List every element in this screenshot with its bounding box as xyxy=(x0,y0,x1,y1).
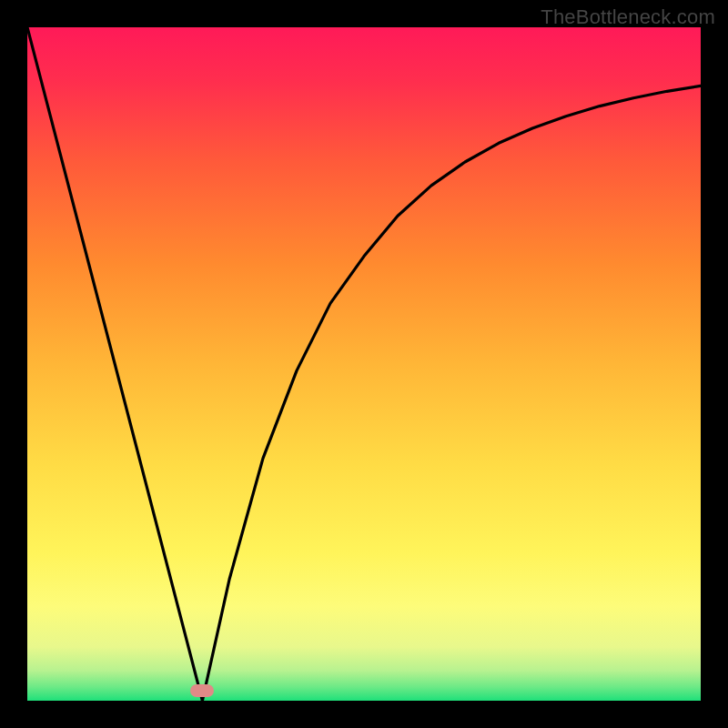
right-curve-path xyxy=(202,86,701,701)
plot-area xyxy=(27,27,701,701)
attribution-label: TheBottleneck.com xyxy=(541,5,715,29)
curves-layer xyxy=(27,27,701,701)
left-line-path xyxy=(27,27,202,701)
chart-frame: TheBottleneck.com xyxy=(0,0,728,728)
vertex-marker xyxy=(190,684,214,697)
